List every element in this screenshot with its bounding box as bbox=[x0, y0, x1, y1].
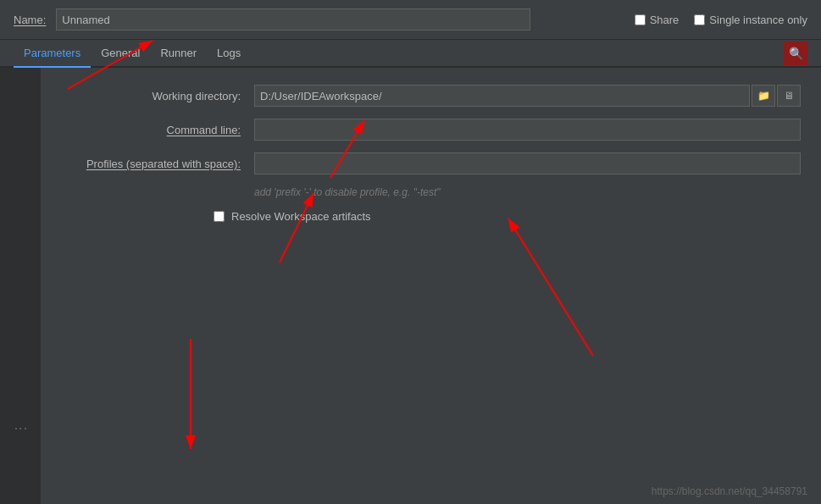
tabs-row: Parameters General Runner Logs 🔍 bbox=[0, 40, 821, 68]
profiles-hint: add 'prefix '-' to disable profile, e.g.… bbox=[254, 186, 801, 198]
profiles-row: Profiles (separated with space): bbox=[61, 152, 801, 174]
resolve-label: Resolve Workspace artifacts bbox=[231, 210, 371, 223]
resolve-checkbox-row: Resolve Workspace artifacts bbox=[214, 210, 801, 223]
external-icon: 🖥 bbox=[784, 90, 794, 102]
single-instance-checkbox[interactable] bbox=[694, 14, 705, 25]
search-icon: 🔍 bbox=[789, 47, 803, 60]
run-configuration-dialog: Name: Share Single instance only Paramet… bbox=[0, 0, 821, 504]
command-line-row: Command line: bbox=[61, 119, 801, 141]
share-checkbox[interactable] bbox=[635, 14, 646, 25]
working-directory-label: Working directory: bbox=[61, 90, 247, 102]
tab-runner[interactable]: Runner bbox=[150, 40, 207, 68]
single-instance-checkbox-item: Single instance only bbox=[694, 14, 807, 26]
command-line-input[interactable] bbox=[254, 119, 801, 141]
folder-icon: 📁 bbox=[757, 90, 770, 102]
working-directory-row: Working directory: 📁 🖥 bbox=[61, 85, 801, 107]
header-checkboxes: Share Single instance only bbox=[635, 14, 807, 26]
name-input[interactable] bbox=[56, 8, 530, 30]
tab-general[interactable]: General bbox=[91, 40, 150, 68]
profiles-label: Profiles (separated with space): bbox=[61, 158, 247, 170]
working-directory-input[interactable] bbox=[254, 85, 750, 107]
profiles-input[interactable] bbox=[254, 152, 801, 174]
tab-parameters[interactable]: Parameters bbox=[14, 40, 91, 68]
working-directory-external-button[interactable]: 🖥 bbox=[777, 85, 801, 107]
search-button[interactable]: 🔍 bbox=[784, 42, 807, 65]
sidebar-handle: ⋮ bbox=[13, 422, 29, 436]
share-label: Share bbox=[650, 14, 680, 26]
share-checkbox-item: Share bbox=[635, 14, 680, 26]
working-directory-input-group: 📁 🖥 bbox=[254, 85, 801, 107]
name-label: Name: bbox=[14, 14, 46, 26]
left-sidebar: ⋮ bbox=[0, 68, 41, 504]
command-line-label: Command line: bbox=[61, 124, 247, 136]
header-row: Name: Share Single instance only bbox=[0, 0, 821, 40]
working-directory-folder-button[interactable]: 📁 bbox=[752, 85, 775, 107]
form-area: Working directory: 📁 🖥 Command line: bbox=[41, 68, 821, 504]
footer-url: https://blog.csdn.net/qq_34458791 bbox=[652, 485, 807, 497]
single-instance-label: Single instance only bbox=[709, 14, 807, 26]
main-content: ⋮ Working directory: 📁 🖥 bbox=[0, 68, 821, 504]
tab-logs[interactable]: Logs bbox=[207, 40, 251, 68]
resolve-checkbox[interactable] bbox=[214, 211, 225, 222]
